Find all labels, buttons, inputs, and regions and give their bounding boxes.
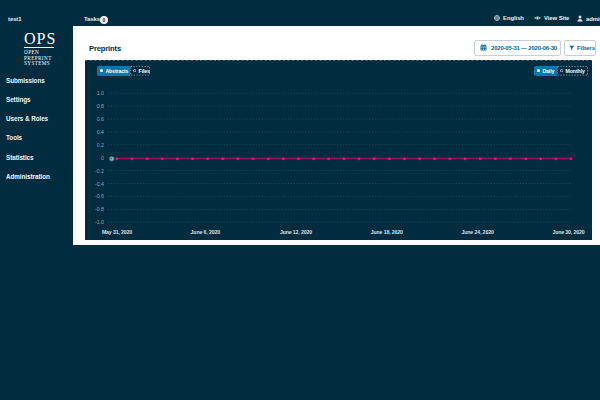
svg-text:-0.2: -0.2: [95, 168, 104, 174]
svg-text:0: 0: [101, 155, 104, 161]
svg-text:0.2: 0.2: [97, 142, 104, 148]
svg-text:0.4: 0.4: [97, 129, 104, 135]
svg-text:0.6: 0.6: [97, 116, 104, 122]
svg-text:June 6, 2020: June 6, 2020: [191, 229, 221, 235]
svg-text:June 30, 2020: June 30, 2020: [552, 229, 584, 235]
svg-text:-0.4: -0.4: [95, 181, 104, 187]
svg-text:June 18, 2020: June 18, 2020: [371, 229, 403, 235]
svg-text:0.8: 0.8: [97, 103, 104, 109]
svg-text:June 24, 2020: June 24, 2020: [462, 229, 494, 235]
svg-text:June 12, 2020: June 12, 2020: [280, 229, 312, 235]
svg-text:-1.0: -1.0: [95, 219, 104, 225]
svg-text:May 31, 2020: May 31, 2020: [102, 229, 132, 235]
svg-text:-0.8: -0.8: [95, 206, 104, 212]
svg-text:-0.6: -0.6: [95, 193, 104, 199]
svg-text:1.0: 1.0: [97, 90, 104, 96]
